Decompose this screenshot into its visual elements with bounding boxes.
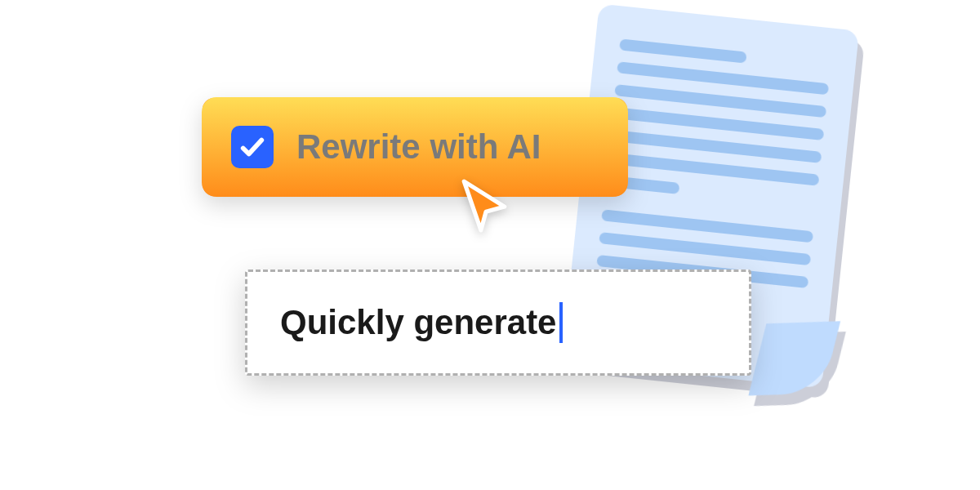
text-cursor-icon: [559, 302, 563, 343]
doc-text-line: [619, 38, 747, 63]
cursor-pointer-icon: [457, 178, 511, 235]
generate-input[interactable]: Quickly generate: [245, 270, 751, 376]
rewrite-label: Rewrite with AI: [296, 127, 541, 167]
checkmark-icon: [238, 133, 266, 161]
rewrite-checkbox[interactable]: [231, 126, 274, 168]
rewrite-with-ai-button[interactable]: Rewrite with AI: [203, 98, 627, 196]
generate-text: Quickly generate: [280, 303, 556, 342]
